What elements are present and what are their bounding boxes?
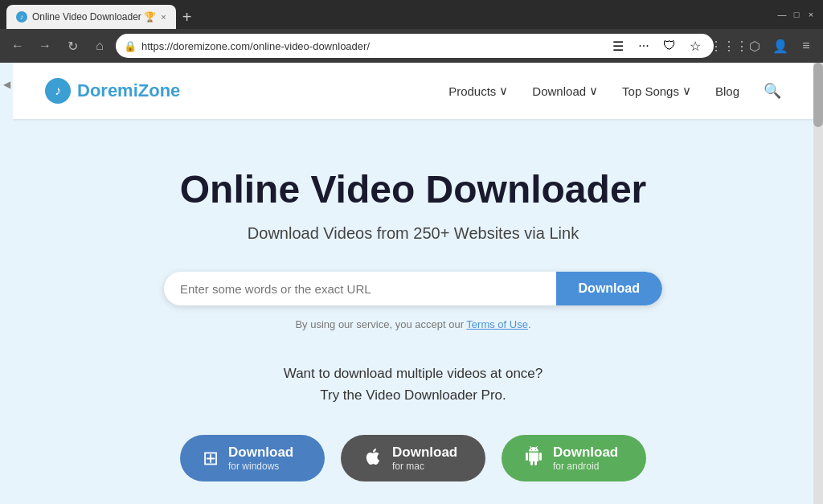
- maximize-button[interactable]: □: [791, 9, 802, 20]
- search-bar: Download: [164, 272, 662, 305]
- address-bar[interactable]: 🔒 https://doremizone.com/online-video-do…: [116, 34, 714, 58]
- products-label: Products: [448, 84, 496, 98]
- page-content: ♪ DoremiZone Products ∨ Download ∨ Top S…: [13, 63, 813, 504]
- hero-title: Online Video Downloader: [45, 167, 781, 211]
- search-input[interactable]: [164, 272, 556, 305]
- tab-area: ♪ Online Video Downloader 🏆 × +: [6, 0, 773, 29]
- search-nav-icon[interactable]: 🔍: [764, 82, 781, 100]
- logo-music-note: ♪: [55, 84, 61, 98]
- products-chevron: ∨: [499, 84, 508, 98]
- nav-products[interactable]: Products ∨: [448, 84, 508, 98]
- home-button[interactable]: ⌂: [88, 35, 111, 57]
- terms-period: .: [528, 318, 531, 330]
- download-mac-button[interactable]: Download for mac: [341, 435, 485, 481]
- tab-favicon: ♪: [16, 11, 27, 23]
- site-logo[interactable]: ♪ DoremiZone: [45, 78, 180, 104]
- logo-icon: ♪: [45, 78, 71, 104]
- hero-section: Online Video Downloader Download Videos …: [13, 119, 813, 504]
- download-android-button[interactable]: Download for android: [502, 435, 646, 481]
- close-button[interactable]: ×: [805, 9, 817, 20]
- windows-icon: ⊞: [203, 447, 219, 469]
- cta-section: Want to download multiple videos at once…: [45, 363, 781, 406]
- website-area: ◀ ♪ DoremiZone Products ∨ Dow: [0, 63, 823, 504]
- cta-line2: Try the Video Downloader Pro.: [45, 384, 781, 406]
- mac-btn-sublabel: for mac: [392, 461, 457, 472]
- sidebar-toggle[interactable]: ◀: [0, 63, 13, 504]
- download-windows-button[interactable]: ⊞ Download for windows: [180, 435, 325, 481]
- mac-icon: [363, 447, 383, 470]
- toolbar-right: ⋮⋮⋮ ⬡ 👤 ≡: [719, 35, 817, 56]
- android-btn-label: Download: [553, 445, 618, 461]
- cta-line1: Want to download multiple videos at once…: [45, 363, 781, 384]
- refresh-button[interactable]: ↻: [61, 35, 84, 57]
- new-tab-button[interactable]: +: [176, 5, 199, 29]
- minimize-button[interactable]: —: [776, 9, 788, 20]
- scrollbar[interactable]: [813, 63, 823, 504]
- lock-icon: 🔒: [124, 40, 137, 52]
- hamburger-icon[interactable]: ≡: [796, 35, 817, 56]
- menu-dots-icon[interactable]: ···: [633, 35, 654, 56]
- windows-btn-sublabel: for windows: [228, 461, 293, 472]
- browser-toolbar: ← → ↻ ⌂ 🔒 https://doremizone.com/online-…: [0, 29, 823, 63]
- android-btn-sublabel: for android: [553, 461, 618, 472]
- back-button[interactable]: ←: [6, 35, 29, 57]
- sync-icon[interactable]: ⬡: [744, 35, 765, 56]
- terms-prefix: By using our service, you accept our: [295, 318, 466, 330]
- android-icon: [524, 446, 543, 470]
- nav-blog[interactable]: Blog: [715, 84, 739, 98]
- top-songs-chevron: ∨: [682, 84, 691, 98]
- profile-icon[interactable]: 👤: [770, 35, 791, 56]
- hero-subtitle: Download Videos from 250+ Websites via L…: [45, 224, 781, 243]
- site-header: ♪ DoremiZone Products ∨ Download ∨ Top S…: [13, 63, 813, 119]
- title-bar: ♪ Online Video Downloader 🏆 × + — □ ×: [0, 0, 823, 29]
- tab-title: Online Video Downloader 🏆: [32, 11, 156, 23]
- mac-btn-text: Download for mac: [392, 445, 457, 472]
- window-controls: — □ ×: [776, 9, 817, 20]
- download-buttons-group: ⊞ Download for windows: [45, 435, 781, 481]
- windows-btn-label: Download: [228, 445, 293, 461]
- browser-tab[interactable]: ♪ Online Video Downloader 🏆 ×: [6, 5, 176, 29]
- forward-button[interactable]: →: [34, 35, 56, 57]
- nav-top-songs[interactable]: Top Songs ∨: [622, 84, 691, 98]
- address-text: https://doremizone.com/online-video-down…: [141, 40, 603, 52]
- scrollbar-thumb[interactable]: [813, 63, 823, 127]
- search-download-button[interactable]: Download: [556, 272, 662, 305]
- android-btn-text: Download for android: [553, 445, 618, 472]
- terms-text: By using our service, you accept our Ter…: [45, 318, 781, 330]
- browser-frame: ♪ Online Video Downloader 🏆 × + — □ × ← …: [0, 0, 823, 504]
- bookmark-icon[interactable]: ☆: [685, 35, 706, 56]
- download-chevron: ∨: [589, 84, 598, 98]
- terms-of-use-link[interactable]: Terms of Use: [466, 318, 528, 330]
- tab-close-button[interactable]: ×: [161, 12, 166, 22]
- logo-text: DoremiZone: [77, 80, 180, 101]
- library-icon[interactable]: ⋮⋮⋮: [719, 35, 739, 56]
- download-nav-label: Download: [532, 84, 586, 98]
- mac-btn-label: Download: [392, 445, 457, 461]
- shield-toolbar-icon[interactable]: 🛡: [659, 35, 680, 56]
- site-nav: Products ∨ Download ∨ Top Songs ∨ Blog 🔍: [448, 82, 781, 100]
- windows-btn-text: Download for windows: [228, 445, 293, 472]
- blog-label: Blog: [715, 84, 739, 98]
- nav-download[interactable]: Download ∨: [532, 84, 598, 98]
- reader-icon[interactable]: ☰: [608, 35, 629, 56]
- search-bar-container: Download: [45, 272, 781, 305]
- top-songs-label: Top Songs: [622, 84, 679, 98]
